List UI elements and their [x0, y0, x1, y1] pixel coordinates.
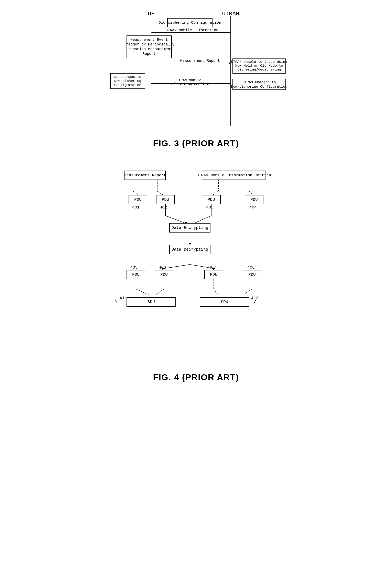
fig3-section: UE UTRAN Old ciphering Configuration UTR… — [104, 8, 288, 156]
label-406: 406 — [159, 265, 166, 270]
svg-text:ciphering/deciphering: ciphering/deciphering — [237, 68, 281, 72]
svg-marker-11 — [228, 62, 231, 64]
arrow-utran-mobile-info: UTRAN Mobile Information — [166, 28, 218, 32]
label-408: 408 — [247, 265, 255, 270]
svg-text:UTRAN Changes to: UTRAN Changes to — [242, 80, 276, 84]
svg-text:Report: Report — [142, 52, 156, 56]
pdu-407-box: PDU — [210, 272, 218, 277]
svg-line-32 — [157, 191, 164, 195]
svg-line-42 — [166, 216, 186, 223]
pdu-404-box: PDU — [250, 197, 258, 202]
label-403: 403 — [206, 205, 214, 210]
label-411: 411 — [120, 296, 127, 300]
fig4-section: Measurement Report UTRAN Mobile Informat… — [104, 169, 288, 390]
label-405: 405 — [130, 265, 138, 270]
svg-line-64 — [214, 289, 218, 295]
data-encrypting-box: Data Encrypting — [172, 226, 208, 230]
arrow-measurement-report: Measurement Report — [180, 59, 220, 63]
measurement-report-box: Measurement Report — [124, 173, 166, 178]
utran-mobile-confirm-box: UTRAN Mobile Information Confirm — [196, 173, 271, 178]
fig4-title: FIG. 4 (PRIOR ART) — [153, 372, 239, 382]
svg-marker-48 — [189, 243, 191, 245]
pdu-405-box: PDU — [132, 272, 140, 277]
fig3-title: FIG. 3 (PRIOR ART) — [153, 138, 239, 148]
svg-line-66 — [243, 289, 252, 295]
svg-line-62 — [155, 289, 164, 295]
svg-text:New Mold or Old Mode to: New Mold or Old Mode to — [235, 64, 283, 68]
svg-text:Information Confirm: Information Confirm — [169, 82, 209, 86]
pdu-403-box: PDU — [208, 197, 215, 202]
pdu-406-box: PDU — [160, 272, 168, 277]
page-container: UE UTRAN Old ciphering Configuration UTR… — [104, 8, 288, 390]
fig4-diagram: Measurement Report UTRAN Mobile Informat… — [104, 169, 288, 368]
svg-text:UTRAN Unable to Judge Using: UTRAN Unable to Judge Using — [231, 60, 287, 64]
svg-text:Configuration: Configuration — [114, 83, 142, 87]
pdu-401-box: PDU — [134, 197, 142, 202]
pdu-402-box: PDU — [162, 197, 169, 202]
svg-line-51 — [164, 264, 190, 268]
svg-text:UTRAN Mobile: UTRAN Mobile — [176, 78, 201, 82]
ue-label: UE — [148, 10, 155, 17]
label-401: 401 — [132, 205, 140, 210]
old-ciphering-box: Old ciphering Configuration — [158, 20, 221, 25]
svg-text:/: / — [254, 299, 257, 305]
svg-line-36 — [249, 191, 253, 195]
svg-text:UE Changes to: UE Changes to — [114, 75, 142, 79]
label-402: 402 — [160, 205, 167, 210]
svg-text:New ciphering: New ciphering — [114, 79, 142, 83]
svg-text:Transmits Measurement: Transmits Measurement — [126, 47, 172, 51]
svg-line-30 — [133, 191, 139, 195]
sdu-411-box: SDU — [148, 300, 155, 304]
data-decrypting-box: Data Decrypting — [172, 247, 208, 252]
utran-label: UTRAN — [222, 10, 239, 17]
svg-marker-4 — [151, 32, 153, 34]
svg-line-44 — [194, 216, 211, 223]
svg-marker-21 — [228, 82, 231, 84]
svg-text:\: \ — [114, 299, 118, 305]
pdu-408-box: PDU — [248, 272, 256, 277]
svg-line-34 — [212, 191, 218, 195]
svg-text:Measurement Event: Measurement Event — [130, 38, 168, 42]
svg-text:Trigger or Periodically: Trigger or Periodically — [124, 42, 174, 46]
label-404: 404 — [250, 205, 257, 210]
sdu-412-box: SDU — [221, 300, 228, 304]
svg-text:New ciphering Configuration: New ciphering Configuration — [231, 85, 287, 89]
svg-line-60 — [136, 289, 149, 295]
label-407: 407 — [209, 265, 216, 270]
fig3-diagram: UE UTRAN Old ciphering Configuration UTR… — [104, 8, 288, 134]
